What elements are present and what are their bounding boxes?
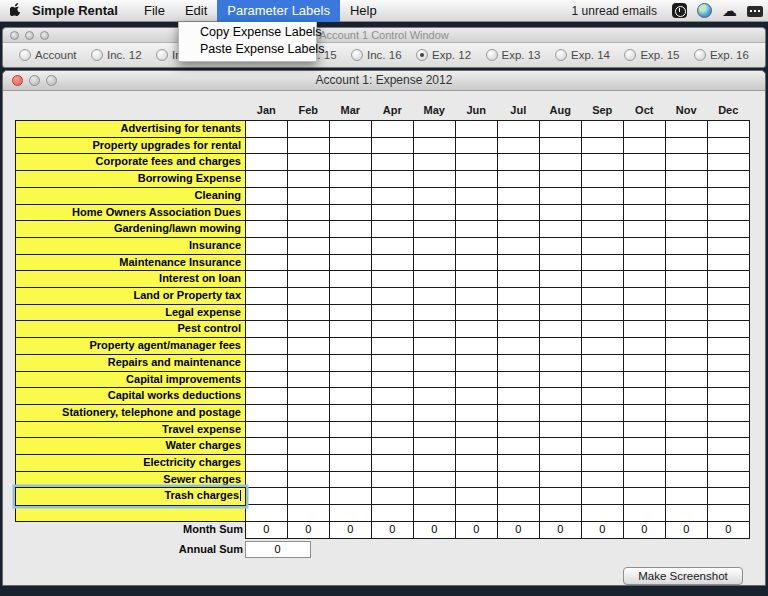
expense-cell[interactable] (497, 304, 541, 322)
radio-exp-16[interactable]: Exp. 16 (694, 49, 749, 61)
expense-cell[interactable] (665, 170, 709, 188)
expense-cell[interactable] (245, 454, 289, 472)
expense-row-label[interactable]: Cleaning (15, 187, 246, 205)
expense-cell[interactable] (329, 270, 373, 288)
expense-cell[interactable] (329, 387, 373, 405)
expense-cell[interactable] (539, 204, 583, 222)
expense-cell[interactable] (539, 170, 583, 188)
expense-cell[interactable] (455, 371, 499, 389)
expense-cell[interactable] (581, 220, 625, 238)
expense-cell[interactable] (245, 287, 289, 305)
expense-cell[interactable] (371, 220, 415, 238)
expense-cell[interactable] (413, 504, 457, 522)
expense-cell[interactable] (539, 487, 583, 505)
expense-cell[interactable] (455, 421, 499, 439)
expense-cell[interactable] (371, 437, 415, 455)
expense-cell[interactable] (581, 287, 625, 305)
expense-cell[interactable] (245, 170, 289, 188)
expense-cell[interactable] (623, 504, 667, 522)
expense-cell[interactable] (287, 371, 331, 389)
expense-cell[interactable] (539, 270, 583, 288)
expense-cell[interactable] (665, 204, 709, 222)
expense-cell[interactable] (245, 320, 289, 338)
expense-cell[interactable] (413, 254, 457, 272)
expense-cell[interactable] (287, 471, 331, 489)
expense-cell[interactable] (581, 337, 625, 355)
expense-cell[interactable] (329, 471, 373, 489)
expense-cell[interactable] (581, 454, 625, 472)
expense-row-label[interactable]: Travel expense (15, 421, 246, 439)
expense-cell[interactable] (707, 237, 751, 255)
expense-cell[interactable] (623, 354, 667, 372)
expense-cell[interactable] (623, 387, 667, 405)
expense-cell[interactable] (497, 487, 541, 505)
expense-cell[interactable] (623, 421, 667, 439)
expense-cell[interactable] (371, 454, 415, 472)
expense-row-label[interactable]: Sewer charges (15, 471, 246, 489)
menu-item-copy-expense-labels[interactable]: Copy Expense Labels (179, 24, 316, 41)
expense-cell[interactable] (539, 504, 583, 522)
expense-cell[interactable] (287, 220, 331, 238)
expense-cell[interactable] (623, 371, 667, 389)
expense-cell[interactable] (329, 437, 373, 455)
expense-cell[interactable] (245, 137, 289, 155)
expense-cell[interactable] (329, 254, 373, 272)
expense-cell[interactable] (413, 304, 457, 322)
expense-cell[interactable] (329, 237, 373, 255)
expense-cell[interactable] (455, 153, 499, 171)
expense-cell[interactable] (371, 354, 415, 372)
expense-cell[interactable] (287, 270, 331, 288)
expense-row-label[interactable]: Home Owners Association Dues (15, 204, 246, 222)
expense-cell[interactable] (623, 170, 667, 188)
expense-cell[interactable] (581, 371, 625, 389)
expense-cell[interactable] (329, 337, 373, 355)
expense-cell[interactable] (497, 454, 541, 472)
expense-cell[interactable] (539, 320, 583, 338)
expense-cell[interactable] (581, 421, 625, 439)
expense-cell[interactable] (539, 254, 583, 272)
expense-cell[interactable] (455, 487, 499, 505)
expense-cell[interactable] (707, 337, 751, 355)
expense-cell[interactable] (539, 220, 583, 238)
expense-cell[interactable] (287, 137, 331, 155)
expense-cell[interactable] (707, 487, 751, 505)
expense-cell[interactable] (245, 120, 289, 138)
expense-cell[interactable] (413, 354, 457, 372)
expense-cell[interactable] (497, 270, 541, 288)
expense-row-label[interactable]: Legal expense (15, 304, 246, 322)
expense-cell[interactable] (707, 153, 751, 171)
expense-cell[interactable] (245, 354, 289, 372)
expense-cell[interactable] (623, 137, 667, 155)
expense-cell[interactable] (413, 471, 457, 489)
expense-cell[interactable] (287, 437, 331, 455)
expense-cell[interactable] (707, 187, 751, 205)
expense-cell[interactable] (287, 387, 331, 405)
expense-row-label[interactable]: Property agent/manager fees (15, 337, 246, 355)
expense-cell[interactable] (371, 270, 415, 288)
expense-cell[interactable] (413, 487, 457, 505)
expense-cell[interactable] (539, 421, 583, 439)
expense-row-label[interactable]: Electricity charges (15, 454, 246, 472)
expense-cell[interactable] (287, 404, 331, 422)
expense-cell[interactable] (539, 404, 583, 422)
expense-cell[interactable] (539, 304, 583, 322)
expense-row-label[interactable]: Land or Property tax (15, 287, 246, 305)
expense-cell[interactable] (665, 120, 709, 138)
radio-exp-12[interactable]: Exp. 12 (416, 49, 471, 61)
radio-inc-16[interactable]: Inc. 16 (351, 49, 402, 61)
expense-cell[interactable] (497, 137, 541, 155)
expense-cell[interactable] (455, 270, 499, 288)
expense-cell[interactable] (665, 270, 709, 288)
expense-cell[interactable] (287, 153, 331, 171)
expense-cell[interactable] (623, 220, 667, 238)
expense-cell[interactable] (497, 421, 541, 439)
expense-cell[interactable] (371, 170, 415, 188)
expense-row-label[interactable]: Pest control (15, 320, 246, 338)
expense-cell[interactable] (371, 387, 415, 405)
expense-cell[interactable] (581, 404, 625, 422)
expense-window-titlebar[interactable]: Account 1: Expense 2012 (3, 71, 765, 91)
expense-cell[interactable] (581, 354, 625, 372)
expense-cell[interactable] (245, 387, 289, 405)
expense-cell[interactable] (245, 371, 289, 389)
expense-cell[interactable] (581, 170, 625, 188)
